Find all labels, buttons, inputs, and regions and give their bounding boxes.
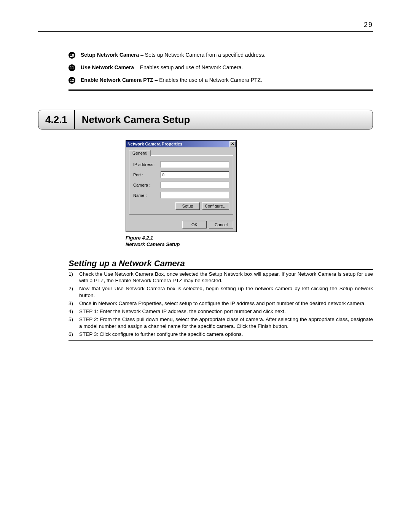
name-label: Name :	[133, 193, 161, 198]
step-text: Check the Use Network Camera Box, once s…	[79, 271, 373, 284]
steps-list: 1) Check the Use Network Camera Box, onc…	[68, 270, 373, 341]
definition-text: Use Network Camera – Enables setup and u…	[81, 64, 243, 71]
step-text: STEP 2: From the Class pull down menu, s…	[79, 316, 373, 329]
definition-term: Use Network Camera	[81, 64, 135, 70]
dialog-titlebar: Network Camera Properties ✕	[126, 141, 236, 147]
step-number: 3)	[68, 300, 79, 307]
ip-address-field[interactable]	[161, 161, 229, 168]
definition-desc: – Enables the use of a Network Camera PT…	[155, 77, 262, 83]
definition-text: Setup Network Camera – Sets up Network C…	[81, 51, 266, 58]
section-number: 4.2.1	[38, 110, 75, 129]
setup-button[interactable]: Setup	[175, 202, 200, 210]
list-item: 4) STEP 1: Enter the Network Camera IP a…	[68, 307, 373, 315]
figure-caption-line2: Network Camera Setup	[126, 241, 373, 248]
close-icon[interactable]: ✕	[229, 141, 236, 147]
list-item: 6) STEP 3: Click configure to further co…	[68, 330, 373, 338]
figure-caption: Figure 4.2.1 Network Camera Setup	[126, 235, 373, 248]
cancel-button[interactable]: Cancel	[209, 221, 233, 228]
step-number: 2)	[68, 285, 79, 299]
figure-caption-line1: Figure 4.2.1	[126, 235, 373, 241]
section-heading-bar: 4.2.1 Network Camera Setup	[38, 110, 373, 129]
definition-desc: – Sets up Network Camera from a specifie…	[139, 52, 265, 58]
configure-button[interactable]: Configure...	[202, 202, 229, 210]
definition-row: 10 Setup Network Camera – Sets up Networ…	[68, 49, 373, 61]
definition-text: Enable Network Camera PTZ – Enables the …	[81, 77, 262, 83]
bullet-number-icon: 12	[68, 77, 75, 84]
tab-panel-general: IP address : Port : 0 Camera : Name :	[129, 155, 233, 215]
step-text: STEP 1: Enter the Network Camera IP addr…	[79, 308, 373, 315]
step-text: Now that your Use Network Camera box is …	[79, 285, 373, 299]
definition-row: 11 Use Network Camera – Enables setup an…	[68, 61, 373, 74]
step-number: 6)	[68, 331, 79, 337]
ok-button[interactable]: OK	[182, 221, 207, 228]
network-camera-properties-dialog: Network Camera Properties ✕ General IP a…	[126, 140, 237, 232]
step-number: 5)	[68, 316, 79, 329]
name-field[interactable]	[161, 192, 229, 198]
ip-address-label: IP address :	[133, 162, 161, 167]
step-text: Once in Network Camera Properties, selec…	[79, 300, 373, 307]
definition-row: 12 Enable Network Camera PTZ – Enables t…	[68, 74, 373, 86]
port-label: Port :	[133, 173, 161, 177]
step-text: STEP 3: Click configure to further confi…	[79, 331, 373, 337]
page-number: 29	[38, 21, 373, 32]
subheading: Setting up a Network Camera	[68, 259, 373, 270]
list-item: 2) Now that your Use Network Camera box …	[68, 284, 373, 299]
bullet-number-icon: 10	[68, 52, 75, 59]
list-item: 5) STEP 2: From the Class pull down menu…	[68, 315, 373, 330]
camera-label: Camera :	[133, 183, 161, 187]
camera-field[interactable]	[161, 182, 229, 188]
bullet-number-icon: 11	[68, 64, 75, 71]
definitions-block: 10 Setup Network Camera – Sets up Networ…	[68, 49, 373, 91]
list-item: 1) Check the Use Network Camera Box, onc…	[68, 270, 373, 285]
definition-term: Setup Network Camera	[81, 52, 139, 58]
port-field[interactable]: 0	[161, 171, 229, 178]
step-number: 1)	[68, 271, 79, 284]
dialog-title: Network Camera Properties	[127, 142, 182, 146]
section-title: Network Camera Setup	[75, 110, 197, 129]
definition-desc: – Enables setup and use of Network Camer…	[135, 64, 243, 70]
list-item: 3) Once in Network Camera Properties, se…	[68, 299, 373, 307]
step-number: 4)	[68, 308, 79, 315]
tab-general[interactable]: General	[129, 150, 151, 156]
definition-term: Enable Network Camera PTZ	[81, 77, 155, 83]
